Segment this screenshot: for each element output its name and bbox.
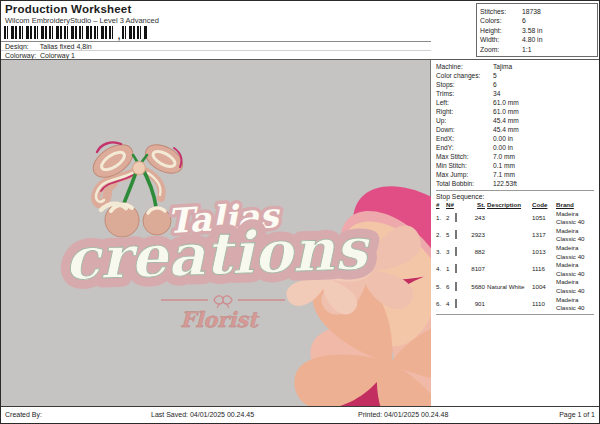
machine-row-value: 45.4 mm xyxy=(493,116,519,125)
stats-row-value: 4.80 in xyxy=(522,36,542,43)
stop-row-brand: Madeira Classic 40 xyxy=(556,244,597,261)
machine-row-label: Up: xyxy=(436,116,493,125)
machine-row-label: Trims: xyxy=(436,89,493,98)
machine-row-label: Down: xyxy=(436,125,493,134)
stats-row-value: 1:1 xyxy=(522,46,531,53)
colorway-value: Colorway 1 xyxy=(40,52,75,59)
machine-row-label: Right: xyxy=(436,107,493,116)
stop-row-code: 1116 xyxy=(532,265,556,274)
machine-row-value: 61.0 mm xyxy=(493,107,519,116)
stop-row-swatch-cell xyxy=(455,248,466,257)
stop-row-swatch-cell xyxy=(455,231,466,240)
thread-color-swatch xyxy=(455,213,457,222)
machine-row-label: EndY: xyxy=(436,143,493,152)
stop-row-needle: 3 xyxy=(446,248,455,257)
machine-row: Color changes:5 xyxy=(436,71,599,80)
stop-row-num: 3. xyxy=(436,248,446,257)
barcode-bars-right xyxy=(122,26,148,39)
page-number-label: Page 1 of 1 xyxy=(559,411,595,418)
stats-row-label: Stitches: xyxy=(480,8,522,15)
stop-row-needle: 5 xyxy=(446,231,455,240)
main-region: Talias creations creations Florist Machi… xyxy=(1,59,599,407)
machine-row-label: Total Bobbin: xyxy=(436,179,493,188)
machine-row: Trims:34 xyxy=(436,89,599,98)
machine-row-value: 34 xyxy=(493,89,500,98)
thread-color-swatch xyxy=(455,282,457,291)
page-footer: Created By: Last Saved: 04/01/2025 00.24… xyxy=(1,406,599,423)
machine-row: Max Stitch:7.0 mm xyxy=(436,152,599,161)
production-worksheet-page: Production Worksheet Wilcom EmbroiderySt… xyxy=(0,0,600,424)
machine-row: Up:45.4 mm xyxy=(436,116,599,125)
design-value: Talias fixed 4,8in xyxy=(40,43,92,50)
stop-row-stitches: 882 xyxy=(466,248,487,257)
machine-row-label: Stops: xyxy=(436,80,493,89)
embroidery-design-preview: Talias creations creations Florist xyxy=(1,60,431,410)
software-subtitle: Wilcom EmbroideryStudio – Level 3 Advanc… xyxy=(5,16,159,25)
stop-col-header: Brand xyxy=(556,201,597,210)
colorway-label: Colorway: xyxy=(5,52,38,59)
stop-col-header: N# xyxy=(446,201,455,210)
stop-row-code: 1110 xyxy=(532,300,556,309)
barcode-bars-left xyxy=(4,26,116,39)
stop-row-swatch-cell xyxy=(455,283,466,292)
machine-row-value: 0.1 mm xyxy=(493,161,515,170)
thread-color-swatch xyxy=(455,264,457,273)
stats-row-label: Height: xyxy=(480,27,522,34)
design-text-florist: Florist xyxy=(180,307,260,332)
machine-row-value: 6 xyxy=(493,80,497,89)
stop-row-brand: Madeira Classic 40 xyxy=(556,296,597,313)
machine-row-value: 45.4 mm xyxy=(493,125,519,134)
stop-row-num: 6. xyxy=(436,300,446,309)
stats-row: Colors:6 xyxy=(480,17,594,24)
stop-sequence-table: #N#St.DescriptionCodeBrand1.22431051Made… xyxy=(436,201,597,313)
design-stats-box: Stitches:18738Colors:6Height:3.58 inWidt… xyxy=(476,3,598,57)
stop-sequence-title: Stop Sequence: xyxy=(436,192,599,201)
stop-col-header: # xyxy=(436,201,446,210)
stop-row-brand: Madeira Classic 40 xyxy=(556,210,597,227)
stop-row-description: Natural White xyxy=(487,283,532,292)
stop-row-num: 5. xyxy=(436,283,446,292)
stop-row-brand: Madeira Classic 40 xyxy=(556,227,597,244)
machine-row-label: Color changes: xyxy=(436,71,493,80)
machine-row-value: 0.00 in xyxy=(493,134,513,143)
stop-row-num: 4. xyxy=(436,265,446,274)
machine-row: Machine:Tajima xyxy=(436,62,599,71)
info-panel: Machine:TajimaColor changes:5Stops:6Trim… xyxy=(431,60,599,407)
stop-row-needle: 6 xyxy=(446,283,455,292)
machine-row-label: Min Stitch: xyxy=(436,161,493,170)
machine-row-value: 61.0 mm xyxy=(493,98,519,107)
design-barcode: , xyxy=(4,26,148,39)
stop-row-stitches: 243 xyxy=(466,214,487,223)
machine-row-label: Machine: xyxy=(436,62,493,71)
stats-row-value: 18738 xyxy=(522,8,541,15)
design-text-creations: creations xyxy=(63,215,371,294)
stats-row-label: Colors: xyxy=(480,17,522,24)
machine-row: Down:45.4 mm xyxy=(436,125,599,134)
stats-row: Stitches:18738 xyxy=(480,8,594,15)
machine-row: Stops:6 xyxy=(436,80,599,89)
colorway-row: Colorway: Colorway 1 xyxy=(5,52,75,59)
machine-row-value: 7.1 mm xyxy=(493,170,515,179)
machine-row: Total Bobbin:122.53ft xyxy=(436,179,599,188)
stop-row-code: 1004 xyxy=(532,283,556,292)
stats-row-label: Width: xyxy=(480,36,522,43)
stitch-preview-canvas: Talias creations creations Florist xyxy=(1,60,431,407)
machine-row-value: 0.00 in xyxy=(493,143,513,152)
stop-row-swatch-cell xyxy=(455,300,466,309)
machine-row-value: 7.0 mm xyxy=(493,152,515,161)
stop-row-code: 1317 xyxy=(532,231,556,240)
stop-row-stitches: 8107 xyxy=(466,265,487,274)
created-by-label: Created By: xyxy=(5,411,42,418)
stop-row-num: 2. xyxy=(436,231,446,240)
page-title: Production Worksheet xyxy=(5,3,131,15)
stop-row-brand: Madeira Classic 40 xyxy=(556,261,597,278)
stats-row-value: 3.58 in xyxy=(522,27,542,34)
stop-col-header: St. xyxy=(466,201,487,210)
stop-row-needle: 4 xyxy=(446,300,455,309)
machine-row-label: Max Stitch: xyxy=(436,152,493,161)
machine-row-value: 5 xyxy=(493,71,497,80)
stop-row-swatch-cell xyxy=(455,214,466,223)
stop-row-num: 1. xyxy=(436,214,446,223)
thread-color-swatch xyxy=(455,299,457,308)
stop-row-stitches: 5680 xyxy=(466,283,487,292)
